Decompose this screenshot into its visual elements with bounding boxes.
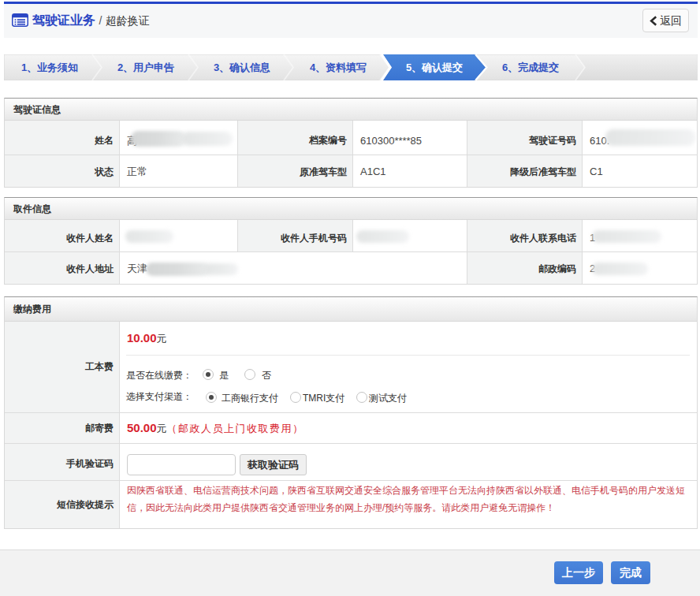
svg-text:2、用户申告: 2、用户申告	[117, 61, 174, 73]
svg-text:3、确认信息: 3、确认信息	[214, 61, 270, 73]
svg-text:5、确认提交: 5、确认提交	[406, 61, 463, 73]
svg-text:1、业务须知: 1、业务须知	[21, 61, 78, 73]
svg-text:6、完成提交: 6、完成提交	[502, 61, 559, 73]
svg-text:4、资料填写: 4、资料填写	[310, 61, 367, 73]
